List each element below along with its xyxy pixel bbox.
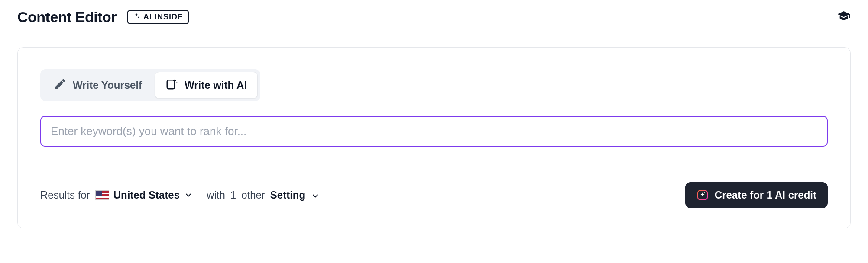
tab-label: Write Yourself	[73, 79, 142, 91]
tab-write-yourself[interactable]: Write Yourself	[43, 72, 153, 99]
chevron-down-icon	[184, 191, 193, 199]
create-button[interactable]: Create for 1 AI credit	[685, 182, 828, 208]
sparkle-icon	[133, 13, 140, 22]
pen-icon	[54, 77, 67, 93]
us-flag-icon	[95, 190, 109, 200]
ai-write-icon	[165, 77, 178, 93]
setting-label: Setting	[270, 189, 305, 201]
header-left: Content Editor AI INSIDE	[17, 9, 189, 26]
mode-segmented-control: Write Yourself Write with AI	[40, 69, 260, 101]
svg-rect-0	[167, 80, 175, 89]
badge-label: AI INSIDE	[143, 13, 183, 22]
tab-label: Write with AI	[185, 79, 247, 91]
content-card: Write Yourself Write with AI Results for	[17, 47, 851, 228]
results-for: Results for United States with 1 other S…	[40, 189, 320, 201]
svg-point-1	[176, 82, 178, 83]
page-header: Content Editor AI INSIDE	[17, 9, 851, 26]
ai-inside-badge: AI INSIDE	[127, 10, 189, 24]
card-footer: Results for United States with 1 other S…	[40, 182, 828, 208]
other-suffix: other	[241, 189, 265, 201]
graduation-cap-icon[interactable]	[837, 10, 851, 25]
with-prefix: with	[207, 189, 225, 201]
country-selector[interactable]: United States	[95, 189, 193, 201]
other-count: 1	[230, 189, 236, 201]
svg-point-3	[704, 192, 705, 193]
keyword-input[interactable]	[40, 116, 828, 147]
create-button-label: Create for 1 AI credit	[715, 189, 816, 201]
tab-write-with-ai[interactable]: Write with AI	[155, 72, 258, 99]
results-prefix: Results for	[40, 189, 90, 201]
country-label: United States	[113, 189, 180, 201]
chevron-down-icon	[311, 192, 320, 200]
settings-selector[interactable]: Setting	[270, 189, 320, 201]
sparkle-icon	[696, 189, 709, 201]
page-title: Content Editor	[17, 9, 117, 26]
